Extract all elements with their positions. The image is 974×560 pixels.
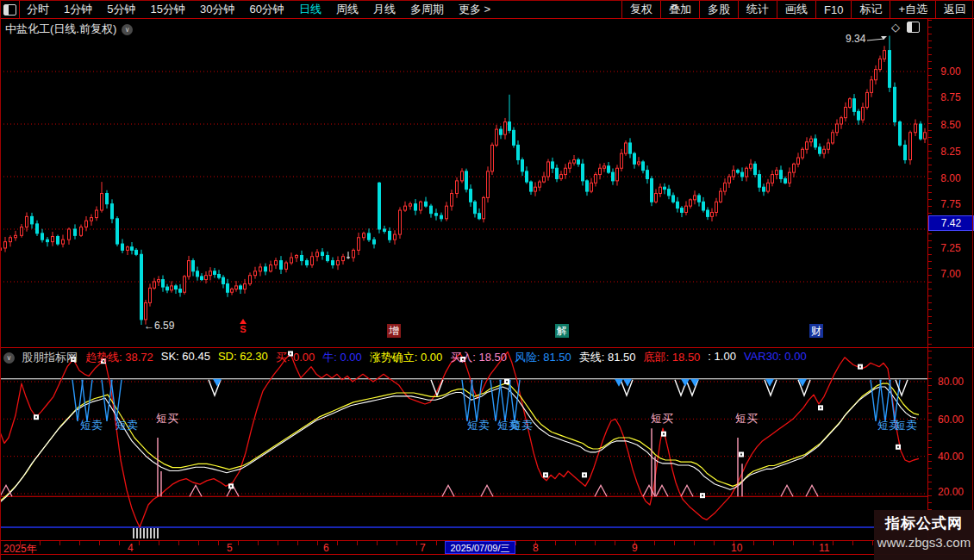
- price-label: 7.25: [929, 242, 972, 254]
- indicator-header: ∨ 股朋指标网趋势线: 38.72SK: 60.45SD: 62.30买: 0.…: [3, 350, 807, 365]
- layout-toggle-button[interactable]: [0, 1, 20, 18]
- selected-date-badge: 2025/07/09/三: [445, 541, 515, 554]
- indicator-value: 趋势线: 38.72: [85, 350, 153, 365]
- indicator-value: VAR30: 0.00: [744, 350, 807, 365]
- toolbar-button-复权[interactable]: 复权: [621, 1, 660, 18]
- price-label: 8.00: [929, 172, 972, 184]
- short-sell-label: 短卖: [510, 418, 533, 433]
- price-label: 7.00: [929, 268, 972, 280]
- collapse-pane-icon[interactable]: ∨: [3, 352, 15, 364]
- indicator-value: 风险: 81.50: [515, 350, 571, 365]
- low-price-annotation: ←6.59: [144, 320, 174, 332]
- indicator-axis-label: 20.00: [929, 486, 972, 498]
- month-label-5: 5: [227, 542, 233, 554]
- date-axis[interactable]: 2025年 4567891011 2025/07/09/三: [0, 541, 974, 555]
- panel-layout-icon[interactable]: [907, 22, 920, 33]
- toolbar-button-返回[interactable]: 返回: [935, 1, 974, 18]
- tab-日线[interactable]: 日线: [299, 2, 322, 17]
- chevron-down-icon[interactable]: ∨: [122, 24, 133, 35]
- top-toolbar: 分时1分钟5分钟15分钟30分钟60分钟日线周线月线多周期更多 > 复权叠加多股…: [0, 0, 974, 19]
- tab-周线[interactable]: 周线: [336, 2, 359, 17]
- toolbar-button-标记[interactable]: 标记: [851, 1, 890, 18]
- toolbar-button-F10[interactable]: F10: [815, 1, 851, 18]
- panel-layout-icon: [3, 4, 16, 16]
- price-label: 8.25: [929, 146, 972, 158]
- high-price-annotation: 9.34: [846, 33, 865, 45]
- chart-title: 中盐化工(日线.前复权): [5, 22, 116, 37]
- month-label-8: 8: [533, 542, 539, 554]
- chart-canvas[interactable]: [0, 0, 974, 560]
- price-label: 8.50: [929, 119, 972, 131]
- window-border-left: [0, 0, 1, 560]
- price-label: 7.75: [929, 198, 972, 210]
- tab-分时[interactable]: 分时: [27, 2, 49, 17]
- indicator-value: SK: 60.45: [161, 350, 210, 365]
- event-tag-财: 财: [809, 324, 823, 338]
- tab-月线[interactable]: 月线: [373, 2, 396, 17]
- indicator-value: 卖线: 81.50: [579, 350, 636, 365]
- watermark-url: www.zbgs3.com: [874, 535, 974, 550]
- tab-60分钟[interactable]: 60分钟: [249, 2, 284, 17]
- indicator-value: 买: 0.00: [276, 350, 315, 365]
- month-label-4: 4: [128, 542, 134, 554]
- tab-1分钟[interactable]: 1分钟: [64, 2, 92, 17]
- toolbar-button-画线[interactable]: 画线: [777, 1, 815, 18]
- period-tab-bar: 分时1分钟5分钟15分钟30分钟60分钟日线周线月线多周期更多 >: [20, 2, 621, 17]
- indicator-value: SD: 62.30: [218, 350, 268, 365]
- short-buy-label: 短买: [156, 411, 178, 426]
- short-sell-label: 短卖: [116, 418, 138, 433]
- tab-更多 >[interactable]: 更多 >: [459, 2, 490, 17]
- toolbar-button-统计[interactable]: 统计: [738, 1, 777, 18]
- short-sell-label: 短卖: [895, 418, 917, 433]
- short-sell-label: 短卖: [80, 418, 103, 433]
- indicator-layer: [0, 351, 927, 538]
- indicator-value: 底部: 18.50: [644, 350, 701, 365]
- sell-marker-letter: S: [240, 324, 247, 334]
- toolbar-button-叠加[interactable]: 叠加: [660, 1, 699, 18]
- watermark-site-name: 指标公式网: [874, 513, 974, 533]
- window-border-right: [972, 0, 973, 560]
- trading-app-window: 分时1分钟5分钟15分钟30分钟60分钟日线周线月线多周期更多 > 复权叠加多股…: [0, 0, 974, 560]
- indicator-value: 股朋指标网: [22, 350, 78, 365]
- short-buy-label: 短买: [735, 411, 758, 426]
- diamond-marker-icon[interactable]: ◇: [891, 21, 900, 34]
- event-tag-解: 解: [555, 324, 569, 338]
- toolbar-action-bar: 复权叠加多股统计画线F10标记+自选返回: [621, 1, 974, 18]
- toolbar-button-+自选[interactable]: +自选: [890, 1, 935, 18]
- main-chart-layer: [0, 36, 927, 326]
- year-label: 2025年: [3, 542, 37, 557]
- chart-title-row: 中盐化工(日线.前复权) ∨: [5, 22, 133, 37]
- chart-corner-tools: ◇: [891, 21, 920, 34]
- watermark: 指标公式网 www.zbgs3.com: [874, 510, 974, 560]
- indicator-axis-label: 40.00: [929, 451, 972, 463]
- indicator-values: 股朋指标网趋势线: 38.72SK: 60.45SD: 62.30买: 0.00…: [22, 350, 807, 365]
- short-sell-label: 短卖: [467, 418, 490, 433]
- toolbar-button-多股[interactable]: 多股: [699, 1, 738, 18]
- indicator-value: : 1.00: [708, 350, 736, 365]
- month-label-6: 6: [323, 542, 329, 554]
- event-tag-增: 增: [387, 324, 401, 338]
- short-buy-label: 短买: [651, 411, 673, 426]
- indicator-value: 涨势确立: 0.00: [370, 350, 443, 365]
- month-label-10: 10: [731, 542, 742, 554]
- price-label: 8.75: [929, 91, 972, 103]
- sell-point-marker: S: [240, 319, 247, 334]
- month-label-9: 9: [632, 542, 638, 554]
- month-label-7: 7: [420, 542, 426, 554]
- tab-30分钟[interactable]: 30分钟: [200, 2, 234, 17]
- month-label-11: 11: [819, 542, 829, 554]
- indicator-value: 牛: 0.00: [322, 350, 362, 365]
- pane-separator[interactable]: [0, 347, 974, 348]
- tab-5分钟[interactable]: 5分钟: [107, 2, 135, 17]
- indicator-axis-label: 80.00: [929, 376, 972, 388]
- indicator-axis-label: 60.00: [929, 414, 972, 426]
- tab-多周期[interactable]: 多周期: [410, 2, 444, 17]
- tab-15分钟[interactable]: 15分钟: [150, 2, 184, 17]
- current-price-badge: 7.42: [928, 215, 974, 231]
- price-label: 9.00: [929, 65, 972, 78]
- indicator-value: 买入: 18.50: [450, 350, 507, 365]
